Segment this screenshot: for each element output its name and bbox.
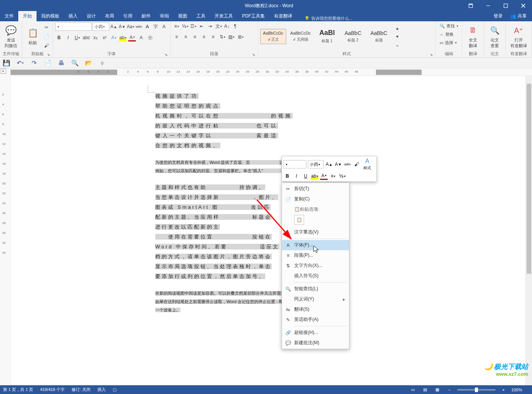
grow-font-button[interactable]: A▲ [110, 23, 118, 30]
sort-button[interactable]: A↓ [223, 22, 231, 30]
mini-shrink-font[interactable]: A▼ [334, 160, 342, 168]
character-shading-button[interactable]: A [137, 34, 145, 41]
paste-keep-source-button[interactable]: 📋 [294, 215, 304, 225]
vertical-scrollbar[interactable] [526, 76, 532, 388]
mini-font-color[interactable]: A▾ [320, 172, 328, 180]
ctx-font[interactable]: A字体(F)... [282, 240, 349, 250]
mini-bold[interactable]: B [284, 172, 291, 180]
tab-design[interactable]: 设计 [82, 11, 100, 21]
ctx-hyperlink[interactable]: 🔗超链接(H)... [282, 327, 349, 338]
tab-references[interactable]: 引用 [119, 11, 137, 21]
superscript-button[interactable]: x² [101, 34, 108, 41]
ctx-han-reselect[interactable]: 汉字重选(V) [282, 227, 349, 237]
shrink-font-button[interactable]: A▼ [118, 23, 126, 30]
view-read-mode[interactable]: ▭ [409, 386, 417, 393]
replace-button[interactable]: ↔替换 [438, 31, 455, 38]
text-direction-button[interactable]: 文▾ [215, 22, 222, 30]
view-print-layout[interactable]: ▤ [421, 386, 429, 393]
qat-new-button[interactable]: 📄 [44, 60, 51, 67]
clear-formatting-button[interactable]: A̶ [143, 23, 151, 30]
justify-button[interactable]: ≡ [200, 33, 208, 41]
tab-mailings[interactable]: 邮件 [137, 11, 155, 21]
ctx-text-direction[interactable]: ⇅文字方向(X)... [282, 261, 349, 271]
tab-tools[interactable]: 工具 [192, 11, 210, 21]
mini-bullets[interactable]: ≡▾ [329, 172, 337, 180]
tab-file[interactable]: 文件 [0, 11, 18, 21]
tab-templates[interactable]: 我的模板 [37, 11, 64, 21]
align-left-button[interactable]: ≡ [173, 33, 180, 41]
enclose-character-button[interactable]: 字 [152, 23, 159, 30]
scrollbar-thumb[interactable] [527, 84, 531, 274]
copy-button[interactable]: 📄 [43, 33, 50, 40]
cut-button[interactable]: ✂ [43, 24, 50, 31]
align-center-button[interactable]: ≡ [182, 33, 190, 41]
open-youdao-button[interactable]: A⁺ 打开 有道翻译 [508, 24, 529, 49]
status-track-changes[interactable]: 修订: 关闭 [72, 387, 91, 392]
mini-italic[interactable]: I [293, 172, 300, 180]
style-heading2[interactable]: AaBbC 标题 2 [341, 28, 365, 45]
font-color-button[interactable]: A▾ [128, 34, 136, 41]
borders-button[interactable]: ⊞▾ [237, 33, 244, 41]
zoom-out-button[interactable]: − [445, 386, 454, 393]
multilevel-list-button[interactable]: ☲▾ [190, 22, 197, 30]
ctx-paragraph[interactable]: ≡段落(P)... [282, 250, 349, 261]
style-heading1[interactable]: AaBl 标题 1 [315, 27, 339, 46]
tab-insert[interactable]: 插入 [64, 11, 82, 21]
phonetic-guide-button[interactable]: wén [135, 23, 143, 30]
strikethrough-button[interactable]: abc [83, 34, 90, 41]
mini-styles-button[interactable]: A 样式 [362, 158, 373, 171]
status-word-count[interactable]: 418/418 个字 [40, 387, 65, 392]
text-effects-button[interactable]: A▾ [110, 34, 118, 41]
styles-more-button[interactable]: ⌄ [393, 41, 401, 49]
ctx-synonyms[interactable]: 同义词(Y)▸ [282, 294, 349, 304]
ctx-new-comment[interactable]: 💬新建批注(M) [282, 338, 349, 348]
increase-indent-button[interactable]: ⇥ [206, 22, 214, 30]
ctx-translate[interactable]: 🗛翻译(S) [282, 304, 349, 315]
qat-preview-button[interactable]: 🔍 [72, 60, 78, 67]
tab-view[interactable]: 视图 [174, 11, 192, 21]
shading-button[interactable]: ▨▾ [228, 33, 235, 41]
align-right-button[interactable]: ≡ [191, 33, 199, 41]
ctx-english-assistant[interactable]: ✎英语助手(A) [282, 315, 349, 325]
qat-insert-button[interactable]: ⎀ [99, 60, 106, 67]
italic-button[interactable]: I [64, 34, 72, 41]
paragraph-launcher[interactable] [252, 52, 257, 57]
distributed-button[interactable]: ≡ [209, 33, 217, 41]
status-macro-record[interactable]: ▢ [113, 387, 116, 392]
share-button[interactable]: 👥共享 [507, 11, 530, 21]
mini-phonetic[interactable]: wén [344, 160, 351, 168]
styles-scroll-down[interactable]: ▾ [393, 33, 401, 40]
ctx-smart-lookup[interactable]: 🔍智能查找(L) [282, 284, 349, 294]
mini-numbering[interactable]: ⅓▾ [338, 172, 346, 180]
enclose-characters-button[interactable]: ㊥ [147, 34, 154, 41]
ctx-cut[interactable]: ✂剪切(T) [282, 184, 349, 194]
ctx-copy[interactable]: 📄复制(C) [282, 194, 349, 204]
send-to-wechat-button[interactable]: 💬 发送 到微信 [2, 24, 19, 49]
tab-youdao[interactable]: 有道翻译 [269, 11, 297, 21]
login-link[interactable]: 登录 [489, 11, 507, 21]
format-painter-button[interactable]: 🖌 [43, 42, 50, 49]
highlight-button[interactable]: ab▾ [119, 34, 127, 41]
styles-scroll-up[interactable]: ▴ [393, 24, 401, 32]
line-spacing-button[interactable]: ⇅▾ [218, 33, 226, 41]
font-launcher[interactable] [165, 52, 169, 57]
tab-layout[interactable]: 布局 [100, 11, 119, 21]
fulltext-translate-button[interactable]: 🗎 全文 翻译 [465, 24, 481, 49]
mini-font-name[interactable]: ▾ [284, 160, 306, 168]
view-web-layout[interactable]: ▦ [433, 386, 441, 393]
minimize-button[interactable] [479, 0, 497, 11]
subscript-button[interactable]: x₂ [92, 34, 99, 41]
status-insert-mode[interactable]: 插入 [97, 387, 106, 392]
qat-undo-button[interactable]: ↶▾ [17, 60, 24, 67]
font-size-combo[interactable]: 小四▾ [92, 22, 109, 31]
qat-redo-button[interactable]: ↷ [30, 60, 37, 67]
close-button[interactable] [514, 0, 532, 11]
tab-home[interactable]: 开始 [18, 11, 37, 21]
horizontal-ruler[interactable]: 8642246810121416182022242628303234363840… [11, 68, 532, 76]
change-case-button[interactable]: Aa▾ [127, 23, 134, 30]
style-normal[interactable]: AaBbCcDc ↲ 正文 [260, 29, 286, 44]
zoom-slider-thumb[interactable] [475, 388, 478, 392]
style-title[interactable]: AaBbC 标题 [367, 28, 391, 45]
mini-font-size[interactable]: 小四▾ [308, 160, 324, 168]
show-marks-button[interactable]: ¶ [231, 22, 239, 30]
